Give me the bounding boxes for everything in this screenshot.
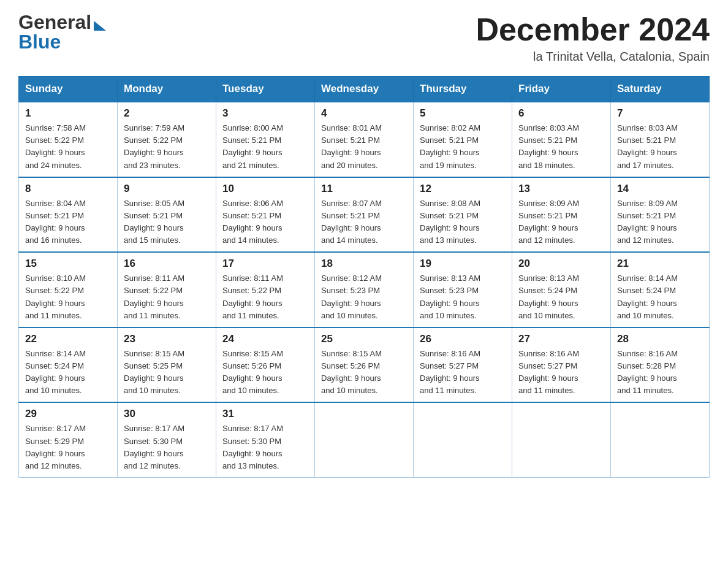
day-number: 24 xyxy=(222,333,308,345)
day-info: Sunrise: 7:59 AM Sunset: 5:22 PM Dayligh… xyxy=(124,122,210,172)
day-number: 13 xyxy=(518,183,604,195)
calendar-table: SundayMondayTuesdayWednesdayThursdayFrid… xyxy=(18,76,710,478)
day-info: Sunrise: 8:12 AM Sunset: 5:23 PM Dayligh… xyxy=(321,272,407,322)
calendar-cell: 13 Sunrise: 8:09 AM Sunset: 5:21 PM Dayl… xyxy=(512,177,611,253)
day-info: Sunrise: 8:03 AM Sunset: 5:21 PM Dayligh… xyxy=(518,122,604,172)
logo-line1: General xyxy=(18,12,106,32)
calendar-cell xyxy=(414,402,512,477)
calendar-cell: 14 Sunrise: 8:09 AM Sunset: 5:21 PM Dayl… xyxy=(611,177,710,253)
calendar-cell xyxy=(512,402,611,477)
day-info: Sunrise: 8:17 AM Sunset: 5:29 PM Dayligh… xyxy=(25,423,111,472)
day-number: 2 xyxy=(124,107,210,120)
day-number: 31 xyxy=(222,408,308,420)
day-number: 14 xyxy=(617,183,703,195)
calendar-week-row: 15 Sunrise: 8:10 AM Sunset: 5:22 PM Dayl… xyxy=(19,252,710,327)
day-info: Sunrise: 8:13 AM Sunset: 5:23 PM Dayligh… xyxy=(420,272,506,322)
day-number: 25 xyxy=(321,333,407,345)
col-header-sunday: Sunday xyxy=(19,77,118,102)
day-info: Sunrise: 8:17 AM Sunset: 5:30 PM Dayligh… xyxy=(124,423,210,472)
calendar-week-row: 22 Sunrise: 8:14 AM Sunset: 5:24 PM Dayl… xyxy=(19,327,710,403)
calendar-cell: 8 Sunrise: 8:04 AM Sunset: 5:21 PM Dayli… xyxy=(19,177,118,253)
calendar-week-row: 1 Sunrise: 7:58 AM Sunset: 5:22 PM Dayli… xyxy=(19,102,710,177)
day-number: 16 xyxy=(124,258,210,270)
day-number: 7 xyxy=(617,107,703,120)
day-info: Sunrise: 7:58 AM Sunset: 5:22 PM Dayligh… xyxy=(25,122,111,172)
day-info: Sunrise: 8:15 AM Sunset: 5:25 PM Dayligh… xyxy=(124,348,210,397)
calendar-cell: 28 Sunrise: 8:16 AM Sunset: 5:28 PM Dayl… xyxy=(611,327,710,403)
calendar-week-row: 29 Sunrise: 8:17 AM Sunset: 5:29 PM Dayl… xyxy=(19,402,710,477)
calendar-cell: 6 Sunrise: 8:03 AM Sunset: 5:21 PM Dayli… xyxy=(512,102,611,177)
day-number: 12 xyxy=(420,183,506,195)
calendar-cell: 22 Sunrise: 8:14 AM Sunset: 5:24 PM Dayl… xyxy=(19,327,118,403)
day-number: 19 xyxy=(420,258,506,270)
day-info: Sunrise: 8:13 AM Sunset: 5:24 PM Dayligh… xyxy=(518,272,604,322)
calendar-cell: 18 Sunrise: 8:12 AM Sunset: 5:23 PM Dayl… xyxy=(315,252,414,327)
day-number: 17 xyxy=(222,258,308,270)
day-info: Sunrise: 8:07 AM Sunset: 5:21 PM Dayligh… xyxy=(321,197,407,247)
day-number: 4 xyxy=(321,107,407,120)
day-number: 18 xyxy=(321,258,407,270)
day-number: 6 xyxy=(518,107,604,120)
col-header-wednesday: Wednesday xyxy=(315,77,414,102)
location-text: la Trinitat Vella, Catalonia, Spain xyxy=(476,50,710,64)
calendar-cell: 16 Sunrise: 8:11 AM Sunset: 5:22 PM Dayl… xyxy=(118,252,216,327)
day-info: Sunrise: 8:14 AM Sunset: 5:24 PM Dayligh… xyxy=(25,348,111,397)
logo-arrow-icon xyxy=(94,21,106,31)
day-info: Sunrise: 8:11 AM Sunset: 5:22 PM Dayligh… xyxy=(124,272,210,322)
calendar-cell: 17 Sunrise: 8:11 AM Sunset: 5:22 PM Dayl… xyxy=(216,252,315,327)
calendar-cell: 11 Sunrise: 8:07 AM Sunset: 5:21 PM Dayl… xyxy=(315,177,414,253)
calendar-cell: 20 Sunrise: 8:13 AM Sunset: 5:24 PM Dayl… xyxy=(512,252,611,327)
day-info: Sunrise: 8:16 AM Sunset: 5:27 PM Dayligh… xyxy=(518,348,604,397)
logo-general-text: General xyxy=(18,12,91,32)
logo: General Blue xyxy=(18,12,106,52)
day-number: 9 xyxy=(124,183,210,195)
day-info: Sunrise: 8:15 AM Sunset: 5:26 PM Dayligh… xyxy=(321,348,407,397)
day-number: 15 xyxy=(25,258,111,270)
logo-blue-text: Blue xyxy=(18,32,106,52)
day-number: 1 xyxy=(25,107,111,120)
month-title: December 2024 xyxy=(476,12,710,47)
col-header-tuesday: Tuesday xyxy=(216,77,315,102)
calendar-cell: 12 Sunrise: 8:08 AM Sunset: 5:21 PM Dayl… xyxy=(414,177,512,253)
calendar-cell: 26 Sunrise: 8:16 AM Sunset: 5:27 PM Dayl… xyxy=(414,327,512,403)
day-info: Sunrise: 8:16 AM Sunset: 5:27 PM Dayligh… xyxy=(420,348,506,397)
day-info: Sunrise: 8:11 AM Sunset: 5:22 PM Dayligh… xyxy=(222,272,308,322)
day-info: Sunrise: 8:10 AM Sunset: 5:22 PM Dayligh… xyxy=(25,272,111,322)
title-block: December 2024 la Trinitat Vella, Catalon… xyxy=(476,12,710,64)
calendar-cell: 19 Sunrise: 8:13 AM Sunset: 5:23 PM Dayl… xyxy=(414,252,512,327)
day-number: 5 xyxy=(420,107,506,120)
day-number: 30 xyxy=(124,408,210,420)
calendar-cell: 9 Sunrise: 8:05 AM Sunset: 5:21 PM Dayli… xyxy=(118,177,216,253)
calendar-cell: 1 Sunrise: 7:58 AM Sunset: 5:22 PM Dayli… xyxy=(19,102,118,177)
day-number: 20 xyxy=(518,258,604,270)
day-info: Sunrise: 8:14 AM Sunset: 5:24 PM Dayligh… xyxy=(617,272,703,322)
day-number: 11 xyxy=(321,183,407,195)
day-number: 27 xyxy=(518,333,604,345)
calendar-cell: 3 Sunrise: 8:00 AM Sunset: 5:21 PM Dayli… xyxy=(216,102,315,177)
calendar-cell: 31 Sunrise: 8:17 AM Sunset: 5:30 PM Dayl… xyxy=(216,402,315,477)
day-number: 23 xyxy=(124,333,210,345)
day-number: 22 xyxy=(25,333,111,345)
calendar-header-row: SundayMondayTuesdayWednesdayThursdayFrid… xyxy=(19,77,710,102)
calendar-week-row: 8 Sunrise: 8:04 AM Sunset: 5:21 PM Dayli… xyxy=(19,177,710,253)
col-header-saturday: Saturday xyxy=(611,77,710,102)
day-info: Sunrise: 8:17 AM Sunset: 5:30 PM Dayligh… xyxy=(222,423,308,472)
day-number: 3 xyxy=(222,107,308,120)
calendar-cell: 2 Sunrise: 7:59 AM Sunset: 5:22 PM Dayli… xyxy=(118,102,216,177)
col-header-thursday: Thursday xyxy=(414,77,512,102)
day-info: Sunrise: 8:03 AM Sunset: 5:21 PM Dayligh… xyxy=(617,122,703,172)
day-info: Sunrise: 8:15 AM Sunset: 5:26 PM Dayligh… xyxy=(222,348,308,397)
col-header-friday: Friday xyxy=(512,77,611,102)
day-number: 21 xyxy=(617,258,703,270)
day-info: Sunrise: 8:16 AM Sunset: 5:28 PM Dayligh… xyxy=(617,348,703,397)
calendar-cell xyxy=(315,402,414,477)
calendar-cell: 21 Sunrise: 8:14 AM Sunset: 5:24 PM Dayl… xyxy=(611,252,710,327)
day-info: Sunrise: 8:01 AM Sunset: 5:21 PM Dayligh… xyxy=(321,122,407,172)
day-info: Sunrise: 8:09 AM Sunset: 5:21 PM Dayligh… xyxy=(518,197,604,247)
calendar-cell: 24 Sunrise: 8:15 AM Sunset: 5:26 PM Dayl… xyxy=(216,327,315,403)
calendar-cell: 23 Sunrise: 8:15 AM Sunset: 5:25 PM Dayl… xyxy=(118,327,216,403)
calendar-cell: 10 Sunrise: 8:06 AM Sunset: 5:21 PM Dayl… xyxy=(216,177,315,253)
calendar-cell: 29 Sunrise: 8:17 AM Sunset: 5:29 PM Dayl… xyxy=(19,402,118,477)
day-info: Sunrise: 8:08 AM Sunset: 5:21 PM Dayligh… xyxy=(420,197,506,247)
calendar-cell: 5 Sunrise: 8:02 AM Sunset: 5:21 PM Dayli… xyxy=(414,102,512,177)
